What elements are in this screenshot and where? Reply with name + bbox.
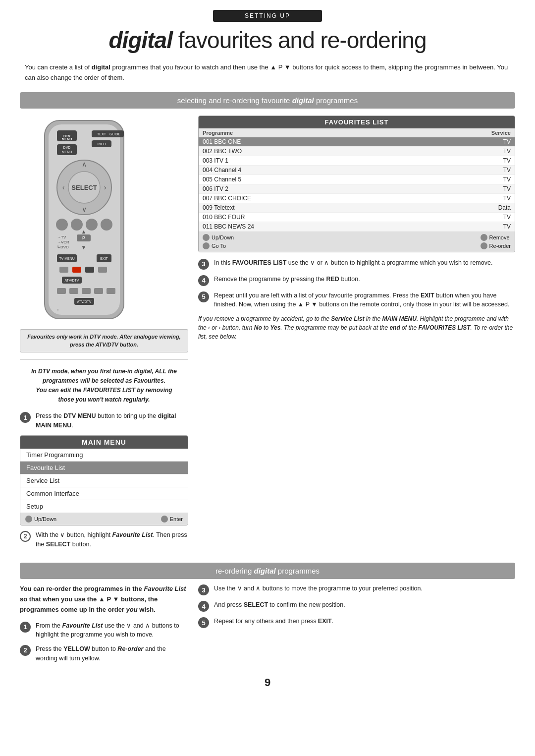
step4-fav-text: Remove the programme by pressing the RED… <box>214 275 360 286</box>
svg-rect-45 <box>94 288 103 294</box>
svg-rect-38 <box>85 267 94 273</box>
svg-text:▼: ▼ <box>81 244 87 250</box>
reorder-step3-text: Use the ∨ and ∧ buttons to move the prog… <box>214 584 423 595</box>
svg-text:!: ! <box>57 308 58 312</box>
fav-row-2-service: TV <box>503 157 511 164</box>
page-title: digital favourites and re-ordering <box>20 27 515 54</box>
fav-row-3: 004 Channel 4 TV <box>199 166 515 175</box>
svg-text:↳DVD: ↳DVD <box>57 245 69 249</box>
menu-item-service: Service List <box>20 474 188 487</box>
selecting-banner: selecting and re-ordering favourite digi… <box>20 92 515 109</box>
title-bold: digital <box>109 27 172 53</box>
svg-text:DVD: DVD <box>63 146 71 149</box>
step2-text: With the ∨ button, highlight Favourite L… <box>36 530 188 549</box>
col-programme: Programme <box>203 130 233 136</box>
footer-reorder: Re-order <box>481 242 511 249</box>
reorder-intro: You can re-order the programmes in the F… <box>20 584 188 615</box>
fav-row-7-name: 009 Teletext <box>203 204 235 211</box>
fav-row-2: 003 ITV 1 TV <box>199 156 515 166</box>
step4-fav-num: 4 <box>198 275 209 286</box>
fav-row-4: 005 Channel 5 TV <box>199 175 515 184</box>
svg-text:ATV/DTV: ATV/DTV <box>77 300 91 303</box>
fav-footer-remove-label: Remove <box>489 234 510 240</box>
intro-paragraph: You can create a list of digital program… <box>20 62 515 83</box>
fav-row-2-name: 003 ITV 1 <box>203 157 228 164</box>
fav-row-8: 010 BBC FOUR TV <box>199 213 515 222</box>
step2-item: 2 With the ∨ button, highlight Favourite… <box>20 530 188 549</box>
fav-row-5: 006 ITV 2 TV <box>199 184 515 194</box>
reorder-step3: 3 Use the ∨ and ∧ buttons to move the pr… <box>198 584 515 595</box>
fav-row-6-service: TV <box>503 195 511 202</box>
svg-text:→TV: →TV <box>57 235 66 239</box>
fav-row-1: 002 BBC TWO TV <box>199 147 515 156</box>
updown-icon <box>25 516 32 523</box>
fav-row-1-name: 002 BBC TWO <box>203 148 242 155</box>
setting-up-bar: SETTING UP <box>213 10 322 22</box>
fav-row-9: 011 BBC NEWS 24 TV <box>199 222 515 232</box>
svg-text:ATV/DTV: ATV/DTV <box>64 279 79 282</box>
remote-illustration: DTV MENU TEXT DVD MENU INFO GUIDE SELECT <box>30 116 178 325</box>
menu-item-timer: Timer Programming <box>20 449 188 462</box>
reorder-step2: 2 Press the YELLOW button to Re-order an… <box>20 644 188 663</box>
reorder-step4-text: And press SELECT to confirm the new posi… <box>214 600 345 612</box>
svg-text:P: P <box>82 235 85 240</box>
svg-text:MENU: MENU <box>62 150 72 154</box>
svg-rect-46 <box>107 288 115 294</box>
svg-text:INFO: INFO <box>98 142 106 146</box>
menu-box-footer: Up/Down Enter <box>20 513 188 525</box>
right-column: FAVOURITES LIST Programme Service 001 BB… <box>198 116 515 554</box>
bottom-section: You can re-order the programmes in the F… <box>20 584 515 668</box>
step1-item: 1 Press the DTV MENU button to bring up … <box>20 411 188 430</box>
main-menu-box: MAIN MENU Timer Programming Favourite Li… <box>20 435 188 525</box>
bottom-left: You can re-order the programmes in the F… <box>20 584 188 668</box>
step5-fav-num: 5 <box>198 291 209 302</box>
svg-text:›: › <box>104 183 107 191</box>
fav-row-0-service: TV <box>503 138 511 145</box>
reorder-step4-num: 4 <box>198 601 209 612</box>
title-rest: favourites and re-ordering <box>172 27 427 53</box>
fav-list-cols: Programme Service <box>199 128 515 137</box>
svg-text:∨: ∨ <box>82 205 87 213</box>
fav-row-4-service: TV <box>503 176 511 183</box>
svg-rect-42 <box>57 288 66 294</box>
fav-list-footer: Up/Down Go To Remove Re-order <box>199 232 515 252</box>
reorder-step1-text: From the Favourite List use the ∨ and ∧ … <box>36 621 188 640</box>
svg-text:▲: ▲ <box>81 229 87 234</box>
reorder-step5: 5 Repeat for any others and then press E… <box>198 617 515 628</box>
favourites-list-box: FAVOURITES LIST Programme Service 001 BB… <box>198 116 515 252</box>
reorder-step5-num: 5 <box>198 617 209 628</box>
reorder-step1-num: 1 <box>20 622 31 633</box>
svg-point-21 <box>56 219 68 231</box>
fav-row-7-service: Data <box>498 204 511 211</box>
reorder-step2-num: 2 <box>20 645 31 656</box>
footer-remove: Remove <box>481 234 511 241</box>
svg-text:→VCR: →VCR <box>57 240 69 244</box>
fav-row-6: 007 BBC CHOICE TV <box>199 194 515 203</box>
italic-note: If you remove a programme by accident, g… <box>198 314 515 341</box>
svg-text:‹: ‹ <box>62 183 65 191</box>
reorder-circle <box>481 242 487 249</box>
step5-fav-item: 5 Repeat until you are left with a list … <box>198 291 515 310</box>
callout-text: Favourites only work in DTV mode. After … <box>27 334 180 348</box>
footer-enter-label: Enter <box>170 516 183 522</box>
fav-row-9-service: TV <box>503 223 511 230</box>
menu-item-favourite: Favourite List <box>20 462 188 474</box>
footer-updown-label: Up/Down <box>34 516 56 522</box>
fav-footer-goto-label: Go To <box>212 243 226 249</box>
col-service: Service <box>491 130 511 136</box>
fav-row-4-name: 005 Channel 5 <box>203 176 241 183</box>
fav-row-6-name: 007 BBC CHOICE <box>203 195 251 202</box>
svg-rect-37 <box>72 267 81 273</box>
step5-fav-text: Repeat until you are left with a list of… <box>214 291 515 310</box>
menu-box-header: MAIN MENU <box>20 436 188 449</box>
step3-fav-item: 3 In this FAVOURITES LIST use the ∨ or ∧… <box>198 258 515 270</box>
reorder-step4: 4 And press SELECT to confirm the new po… <box>198 600 515 612</box>
footer-updown: Up/Down <box>203 234 234 241</box>
updown-circle <box>203 234 210 241</box>
fav-row-3-name: 004 Channel 4 <box>203 167 241 174</box>
reorder-step1: 1 From the Favourite List use the ∨ and … <box>20 621 188 640</box>
remote-svg: DTV MENU TEXT DVD MENU INFO GUIDE SELECT <box>30 116 139 324</box>
page-number: 9 <box>20 676 515 689</box>
fav-list-header: FAVOURITES LIST <box>199 116 515 128</box>
svg-point-23 <box>86 219 98 231</box>
